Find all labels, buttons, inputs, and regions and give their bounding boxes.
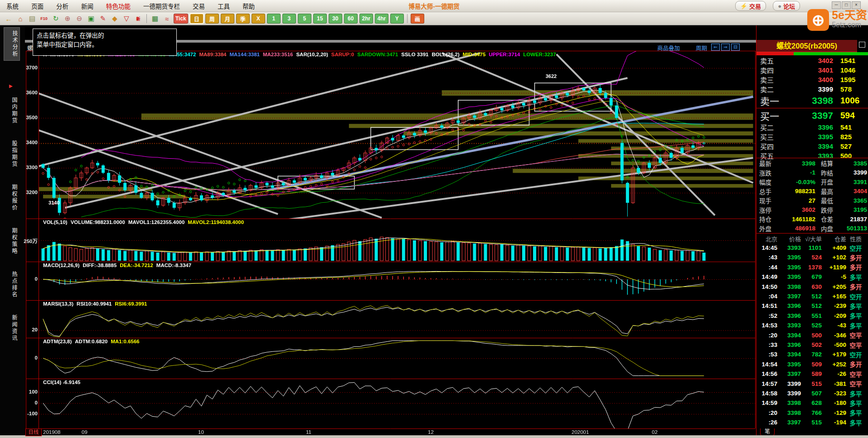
stat-row: 涨停3602跌停3195	[756, 205, 868, 214]
ask-row-2[interactable]: 卖二3399578	[756, 84, 868, 94]
tick-oi-delta: +102	[822, 254, 846, 261]
bid-row-4[interactable]: 买四3394527	[756, 141, 868, 151]
tick-header-cell: 价格	[777, 234, 801, 243]
tick-time: 14:53	[756, 322, 777, 329]
sidebar-arrow-icon[interactable]: ▶	[9, 83, 13, 88]
maximize-button[interactable]: □	[842, 1, 851, 9]
adtm-axis-label: 0	[18, 355, 38, 360]
tick-oi-delta: -500	[822, 341, 846, 348]
trade-button[interactable]: ⚡交易	[735, 1, 766, 11]
sidebar-item-4[interactable]: 期权策略	[5, 228, 18, 255]
indicator-value: DEA:-34.7212	[120, 263, 153, 268]
main-chart-canvas[interactable]	[25, 25, 756, 435]
period-day-button[interactable]: 日	[190, 14, 204, 24]
menu-item-9[interactable]: 帮助	[236, 1, 261, 10]
period-4hr-button[interactable]: 4hr	[375, 14, 388, 24]
period-3m-button[interactable]: 3	[282, 14, 296, 24]
home-icon[interactable]: ⌂	[15, 13, 26, 24]
tick-button[interactable]: Tick	[174, 14, 188, 24]
indicator-value: BOLL(26,2)	[432, 52, 459, 57]
period-5m-button[interactable]: 5	[298, 14, 311, 24]
ask-row-3[interactable]: 卖三34001595	[756, 75, 868, 84]
period-quarter-button[interactable]: 季	[236, 14, 250, 24]
trend-icon[interactable]: ≈	[161, 13, 172, 24]
tick-price: 3395	[777, 264, 801, 271]
menu-item-3[interactable]: 分析	[50, 1, 75, 10]
menu-item-1[interactable]: 系统	[0, 1, 25, 10]
stat-label: 现手	[756, 196, 776, 205]
sidebar-item-3[interactable]: 期权报价	[5, 184, 18, 211]
ask-row-1[interactable]: 卖一33981006	[756, 94, 868, 107]
bid-row-3[interactable]: 买三3395825	[756, 132, 868, 141]
depth-label: 买二	[756, 122, 779, 132]
toolbar-separator	[407, 14, 407, 23]
tick-nature: 多平	[846, 389, 865, 398]
tick-time: 14:50	[756, 283, 777, 290]
back-icon[interactable]: ←	[3, 13, 14, 24]
tick-row: 14:563397589-26空平	[756, 369, 868, 379]
zoom-out-icon[interactable]: ⊖	[74, 13, 85, 24]
menu-item-8[interactable]: 工具	[211, 1, 236, 10]
menu-item-2[interactable]: 页面	[25, 1, 50, 10]
pencil-icon[interactable]: ✎	[97, 13, 108, 24]
close-button[interactable]: ×	[852, 1, 861, 9]
bid-row-1[interactable]: 买一3397594	[756, 109, 868, 122]
depth-price: 3400	[779, 76, 833, 83]
tick-nature: 空开	[846, 292, 865, 301]
period-week-button[interactable]: 周	[205, 14, 219, 24]
tick-price: 3398	[777, 399, 801, 406]
period-y-button[interactable]: Y	[390, 14, 404, 24]
forum-button[interactable]: ●论坛	[773, 1, 800, 11]
refresh-icon[interactable]: ↻	[50, 13, 61, 24]
period-tab[interactable]: 日线	[25, 428, 42, 436]
period-1m-button[interactable]: 1	[267, 14, 281, 24]
blocks-icon[interactable]: ▣	[86, 13, 97, 24]
tick-time: 14:45	[756, 244, 777, 251]
indicator-value: MA89:3384	[199, 52, 226, 57]
news-icon[interactable]: ▤	[27, 13, 38, 24]
depth-price: 3398	[779, 95, 833, 106]
ask-row-5[interactable]: 卖五34021541	[756, 56, 868, 65]
restore-window-icon[interactable]	[859, 42, 865, 48]
depth-qty: 825	[833, 133, 868, 141]
sidebar-item-1[interactable]: 国内期货	[5, 97, 18, 124]
tick-nature: 多开	[846, 253, 865, 262]
tick-time: 14:56	[756, 370, 777, 377]
new-icon[interactable]: 新	[133, 13, 144, 24]
sidebar-item-6[interactable]: 新闻资讯	[5, 315, 18, 342]
ask-row-4[interactable]: 卖四34011046	[756, 65, 868, 75]
period-60m-button[interactable]: 60	[344, 14, 358, 24]
sidebar-item-2[interactable]: 股指期货	[5, 141, 18, 168]
depth-label: 买四	[756, 141, 779, 151]
tick-time: :33	[756, 341, 777, 348]
indicator-value: DIFF:-38.8885	[83, 263, 117, 268]
depth-label: 卖二	[756, 84, 779, 94]
menu-item-6[interactable]: 一德期货专栏	[137, 1, 186, 10]
indicator-value: MA1:0.6566	[111, 339, 139, 344]
sidebar-item-5[interactable]: 热点排名	[5, 271, 18, 298]
tick-row: 14:493395679-5多平	[756, 272, 868, 282]
tick-oi-delta: +205	[822, 283, 846, 290]
menu-item-4[interactable]: 新闻	[75, 1, 100, 10]
period-30m-button[interactable]: 30	[329, 14, 342, 24]
sidebar-tab-analysis[interactable]: 技术分析	[4, 27, 20, 61]
screenshot-button[interactable]: 画	[411, 14, 424, 24]
zoom-in-icon[interactable]: ⊕	[62, 13, 73, 24]
period-15m-button[interactable]: 15	[313, 14, 327, 24]
bid-row-2[interactable]: 买二3396541	[756, 122, 868, 132]
menu-item-7[interactable]: 交易	[186, 1, 211, 10]
board-icon[interactable]: ▦	[150, 13, 160, 24]
brush-icon[interactable]: ◆	[109, 13, 120, 24]
period-month-button[interactable]: 月	[221, 14, 234, 24]
f10-icon[interactable]: F10	[39, 13, 49, 24]
indicator-value: SAR(10,2,20)	[296, 52, 328, 57]
stat-label: 结算	[815, 159, 838, 168]
tick-nature: 多开	[846, 263, 865, 272]
depth-price: 3401	[779, 66, 833, 74]
minimize-button[interactable]: ─	[832, 1, 841, 9]
menu-item-5[interactable]: 特色功能	[100, 1, 137, 10]
filter-icon[interactable]: ▽	[121, 13, 132, 24]
period-x-button[interactable]: X	[252, 14, 265, 24]
period-2hr-button[interactable]: 2hr	[359, 14, 373, 24]
cci-axis-label: 100	[18, 389, 38, 394]
